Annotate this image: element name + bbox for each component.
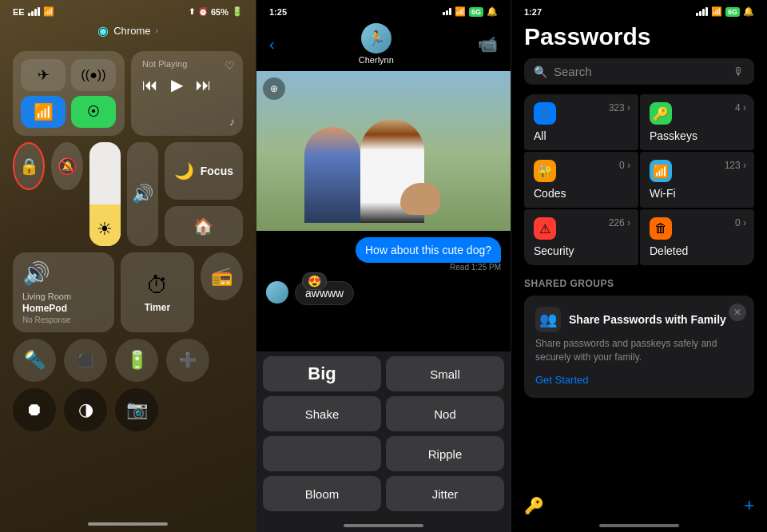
deleted-icon: 🗑: [650, 217, 672, 240]
cellular-badge-2: 6G: [469, 7, 483, 17]
codes-cell[interactable]: 🔐 0 › Codes: [524, 152, 638, 208]
signal-icon: [28, 7, 40, 16]
status-left: EE 📶: [13, 6, 54, 17]
home-icon: 🏠: [193, 216, 213, 236]
play-pause-button[interactable]: ▶: [171, 75, 183, 94]
passkeys-count: 4 ›: [735, 102, 746, 113]
codes-count: 0 ›: [619, 160, 630, 171]
radio-block[interactable]: 📻: [201, 252, 243, 300]
deleted-cell[interactable]: 🗑 0 › Deleted: [640, 209, 754, 265]
close-button[interactable]: ✕: [729, 304, 746, 321]
search-bar[interactable]: 🔍 Search 🎙: [524, 58, 754, 85]
status-bar-3: 1:27 📶 6G 🔔: [511, 0, 767, 20]
contact-info[interactable]: 🏃 Cherlynn: [359, 23, 394, 65]
notification-icon-3: 🔔: [743, 6, 754, 17]
jitter-button[interactable]: Jitter: [386, 476, 504, 511]
wifi-icon: 📶: [43, 6, 54, 17]
add-password-button[interactable]: +: [744, 495, 754, 516]
category-grid: 👤 323 › All 🔑 4 › Passkeys 🔐 0 › Codes 📶…: [524, 94, 754, 265]
battery-icon: 🔋: [232, 6, 243, 17]
shared-groups-label: SHARED GROUPS: [511, 265, 767, 296]
homepod-block[interactable]: 🔊 Living Room HomePod No Response: [13, 252, 114, 332]
chrome-icon: ◉: [97, 23, 109, 38]
chrome-bar[interactable]: ◉ Chrome ›: [0, 20, 256, 45]
cc-row-1: ✈ ((●)) 📶 ⦿ ♡ Not Playing ⏮ ▶ ⏭ ♪: [13, 51, 243, 136]
wifi-icon-2: 📶: [455, 6, 466, 17]
share-description: Share passwords and passkeys safely and …: [535, 337, 743, 364]
tapback-bubble: 😍 awwww: [295, 281, 354, 305]
location-icon: ⬆: [189, 7, 195, 16]
camera-button[interactable]: 📷: [115, 388, 158, 431]
photo-scene: [256, 71, 511, 231]
status-right: ⬆ ⏰ 65% 🔋: [189, 6, 243, 17]
wifi-cell-icon: 📶: [650, 160, 672, 182]
moon-icon: 🌙: [174, 161, 194, 181]
nod-button[interactable]: Nod: [386, 396, 504, 431]
focus-toggle[interactable]: 🌙 Focus: [165, 142, 243, 200]
sun-icon: ☀: [97, 219, 113, 240]
back-button[interactable]: ‹: [269, 35, 275, 54]
tapback-avatar: [266, 281, 288, 304]
flashlight-toggle[interactable]: 🔦: [13, 339, 56, 382]
signal-icon-2: [443, 8, 451, 15]
security-cell[interactable]: ⚠ 226 › Security: [524, 209, 638, 265]
empty-button-1[interactable]: [263, 436, 381, 471]
message-header: ‹ 🏃 Cherlynn 📹: [256, 20, 511, 71]
airdrop-toggle[interactable]: ((●)): [71, 59, 116, 91]
brightness-slider[interactable]: ☀: [89, 142, 121, 246]
homepod-icon: 🔊: [22, 260, 105, 287]
message-photo: ⊕: [256, 71, 511, 231]
cc-row-3: 🔊 Living Room HomePod No Response ⏱ Time…: [13, 252, 243, 332]
share-card-header: 👥 Share Passwords with Family: [535, 307, 743, 332]
home-indicator-3: [599, 524, 679, 527]
mute-toggle[interactable]: 🔕: [51, 142, 82, 190]
dog-figure: [400, 183, 440, 215]
battery-status-button[interactable]: 🔋: [115, 339, 158, 382]
photo-action-button[interactable]: ⊕: [263, 77, 285, 100]
small-button[interactable]: Small: [386, 356, 504, 391]
heart-icon: ♡: [225, 59, 235, 72]
cc-row-2: 🔒 🔕 ☀ 🔊 🌙 Focus 🏠: [13, 142, 243, 246]
big-button[interactable]: Big: [263, 356, 381, 391]
keyboard-row-1: Big Small: [263, 356, 504, 391]
bluetooth-toggle[interactable]: ⦿: [71, 96, 116, 128]
status-bar-1: EE 📶 ⬆ ⏰ 65% 🔋: [0, 0, 256, 20]
wifi-toggle[interactable]: 📶: [21, 96, 66, 128]
home-indicator-2: [344, 524, 423, 527]
keyboard-row-4: Bloom Jitter: [263, 476, 504, 511]
notification-bell-icon: 🔔: [487, 6, 498, 17]
media-controls: ⏮ ▶ ⏭: [142, 75, 232, 94]
message-text: How about this cute dog?: [365, 244, 491, 256]
search-placeholder: Search: [554, 65, 727, 78]
record-button[interactable]: ⏺: [13, 388, 56, 431]
time-label-3: 1:27: [524, 7, 542, 17]
screen-lock-toggle[interactable]: 🔒: [13, 142, 45, 190]
passkeys-cell[interactable]: 🔑 4 › Passkeys: [640, 94, 754, 150]
bloom-button[interactable]: Bloom: [263, 476, 381, 511]
airplane-mode-toggle[interactable]: ✈: [21, 59, 66, 91]
add-control-button[interactable]: ➕: [166, 339, 209, 382]
passwords-icon[interactable]: 🔑: [524, 496, 544, 515]
screen-mirror-button[interactable]: ⬛: [64, 339, 107, 382]
keyboard-row-3: Ripple: [263, 436, 504, 471]
home-icon-block[interactable]: 🏠: [165, 206, 243, 246]
share-passwords-card: 👥 Share Passwords with Family ✕ Share pa…: [524, 296, 754, 398]
prev-track-button[interactable]: ⏮: [142, 76, 158, 94]
passwords-panel: 1:27 📶 6G 🔔 Passwords 🔍 Search 🎙 👤 323 ›…: [511, 0, 767, 532]
deleted-count: 0 ›: [735, 217, 746, 228]
wifi-cell[interactable]: 📶 123 › Wi-Fi: [640, 152, 754, 208]
video-call-button[interactable]: 📹: [478, 34, 498, 54]
shake-button[interactable]: Shake: [263, 396, 381, 431]
wifi-icon-3: 📶: [711, 6, 722, 17]
bottom-icons-row: 🔦 ⬛ 🔋 ➕: [0, 339, 256, 382]
timer-block[interactable]: ⏱ Timer: [121, 252, 194, 332]
next-track-button[interactable]: ⏭: [196, 76, 212, 94]
volume-slider[interactable]: 🔊: [127, 142, 158, 246]
ripple-button[interactable]: Ripple: [386, 436, 504, 471]
get-started-button[interactable]: Get Started: [535, 374, 588, 386]
all-passwords-cell[interactable]: 👤 323 › All: [524, 94, 638, 150]
radio-icon: 📻: [211, 266, 232, 287]
music-note-icon: ♪: [229, 115, 235, 128]
status-icons-2: 📶 6G 🔔: [443, 6, 498, 17]
dark-mode-toggle[interactable]: ◑: [64, 388, 107, 431]
